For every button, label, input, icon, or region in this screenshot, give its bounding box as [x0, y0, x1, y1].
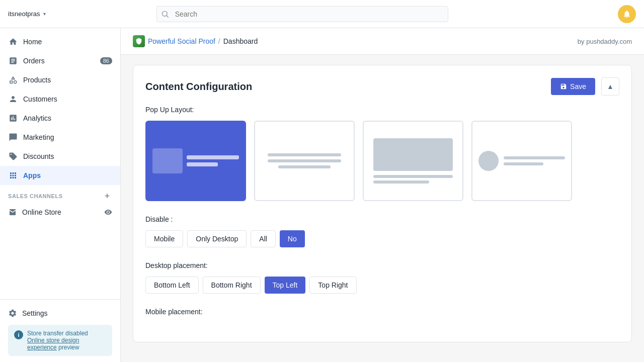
disable-all-button[interactable]: All: [251, 230, 276, 247]
breadcrumb-by-text: by pushdaddy.com: [578, 38, 632, 45]
thumb3-content: [369, 138, 457, 184]
search-bar: [156, 6, 448, 22]
placement-top-left-button[interactable]: Top Left: [265, 277, 306, 294]
discounts-icon: [8, 151, 18, 161]
main-content: Powerful Social Proof / Dashboard by pus…: [121, 28, 644, 362]
topbar: itsneotpras ▾: [0, 0, 644, 28]
disable-button-group: Mobile Only Desktop All No: [145, 230, 619, 247]
collapse-button[interactable]: ▲: [601, 77, 619, 96]
sidebar-item-home[interactable]: Home: [0, 32, 120, 51]
online-store-label: Online Store: [22, 208, 61, 216]
settings-icon: [8, 309, 17, 318]
disable-section: Disable : Mobile Only Desktop All No: [145, 215, 619, 247]
sidebar-item-discounts[interactable]: Discounts: [0, 147, 120, 166]
customers-icon: [8, 94, 18, 104]
layout-options: [145, 121, 619, 201]
add-sales-channel-button[interactable]: +: [102, 191, 112, 201]
store-transfer-notice: i Store transfer disabled Online store d…: [8, 325, 112, 356]
thumb3-image: [373, 138, 453, 171]
breadcrumb-separator: /: [218, 37, 220, 45]
sidebar-label-discounts: Discounts: [23, 152, 54, 160]
store-transfer-text: Store transfer disabled Online store des…: [27, 330, 106, 351]
sidebar-label-products: Products: [23, 76, 51, 84]
placement-top-right-button[interactable]: Top Right: [309, 277, 356, 294]
desktop-placement-button-group: Bottom Left Bottom Right Top Left Top Ri…: [145, 277, 619, 294]
placement-bottom-right-button[interactable]: Bottom Right: [203, 277, 261, 294]
mobile-placement-section: Mobile placement:: [145, 308, 619, 316]
thumb4-avatar: [478, 151, 499, 171]
sidebar-label-customers: Customers: [23, 95, 57, 103]
breadcrumb-app-link[interactable]: Powerful Social Proof: [148, 37, 215, 45]
marketing-icon: [8, 132, 18, 142]
desktop-placement-section: Desktop placement: Bottom Left Bottom Ri…: [145, 261, 619, 294]
thumb4-content: [478, 151, 565, 171]
thumb1-image: [152, 148, 183, 173]
topbar-right: [618, 5, 636, 23]
save-label: Save: [570, 82, 586, 90]
sidebar-item-orders[interactable]: Orders 86: [0, 51, 120, 70]
search-icon: [162, 11, 169, 18]
placement-bottom-left-button[interactable]: Bottom Left: [145, 277, 199, 294]
thumb2-content: [261, 153, 348, 168]
disable-label: Disable :: [145, 215, 619, 223]
search-input[interactable]: [156, 6, 448, 22]
content-area: Content Configuration Save ▲ Pop Up Layo…: [121, 55, 644, 352]
sales-channels-section: SALES CHANNELS +: [0, 185, 120, 203]
popup-layout-label: Pop Up Layout:: [145, 106, 619, 114]
store-selector[interactable]: itsneotpras ▾: [8, 10, 68, 18]
apps-icon: [8, 170, 18, 180]
save-button[interactable]: Save: [551, 78, 595, 95]
info-icon: i: [14, 330, 23, 339]
disable-only-desktop-button[interactable]: Only Desktop: [187, 230, 247, 247]
breadcrumb-bar: Powerful Social Proof / Dashboard by pus…: [121, 28, 644, 55]
sidebar-label-apps: Apps: [23, 171, 41, 179]
sidebar-item-customers[interactable]: Customers: [0, 89, 120, 109]
orders-badge: 86: [100, 57, 112, 64]
sidebar-item-analytics[interactable]: Analytics: [0, 109, 120, 128]
analytics-icon: [8, 113, 18, 123]
sidebar-item-apps[interactable]: Apps: [0, 166, 120, 185]
card-header: Content Configuration Save ▲: [145, 77, 619, 96]
breadcrumb-current-page: Dashboard: [223, 37, 258, 45]
layout-thumb-2[interactable]: [254, 121, 355, 201]
layout-thumb-4[interactable]: [471, 121, 572, 201]
home-icon: [8, 37, 18, 47]
sales-channels-label: SALES CHANNELS: [8, 193, 63, 199]
products-icon: [8, 75, 18, 85]
disable-mobile-button[interactable]: Mobile: [145, 230, 183, 247]
mobile-placement-label: Mobile placement:: [145, 308, 619, 316]
breadcrumb: Powerful Social Proof / Dashboard: [133, 35, 258, 47]
sidebar-label-analytics: Analytics: [23, 114, 51, 122]
svg-line-1: [167, 15, 168, 17]
popup-layout-section: Pop Up Layout:: [145, 106, 619, 201]
sidebar-label-orders: Orders: [23, 57, 45, 65]
card-title: Content Configuration: [145, 81, 252, 93]
store-chevron-icon: ▾: [43, 11, 46, 17]
thumb1-lines: [187, 155, 239, 166]
desktop-placement-label: Desktop placement:: [145, 261, 619, 269]
content-configuration-card: Content Configuration Save ▲ Pop Up Layo…: [133, 65, 632, 342]
sidebar-item-settings[interactable]: Settings: [8, 306, 112, 321]
sidebar-label-marketing: Marketing: [23, 133, 54, 141]
store-name: itsneotpras: [8, 10, 40, 18]
layout-thumb-3[interactable]: [363, 121, 463, 201]
layout-thumb-1[interactable]: [145, 121, 246, 201]
app-icon: [133, 35, 145, 47]
sidebar-footer: Settings i Store transfer disabled Onlin…: [0, 299, 120, 362]
sidebar-item-online-store[interactable]: Online Store: [0, 203, 120, 221]
sidebar-label-home: Home: [23, 38, 42, 46]
disable-no-button[interactable]: No: [280, 230, 305, 247]
online-store-icon: [8, 208, 17, 217]
sidebar: Home Orders 86 Products Customers: [0, 28, 121, 362]
sidebar-item-products[interactable]: Products: [0, 70, 120, 89]
orders-icon: [8, 56, 18, 66]
sidebar-nav: Home Orders 86 Products Customers: [0, 28, 120, 299]
notification-bell[interactable]: [618, 5, 636, 23]
online-store-preview-button[interactable]: [104, 208, 112, 216]
sidebar-item-marketing[interactable]: Marketing: [0, 128, 120, 147]
app-layout: Home Orders 86 Products Customers: [0, 28, 644, 362]
settings-label: Settings: [22, 309, 48, 317]
